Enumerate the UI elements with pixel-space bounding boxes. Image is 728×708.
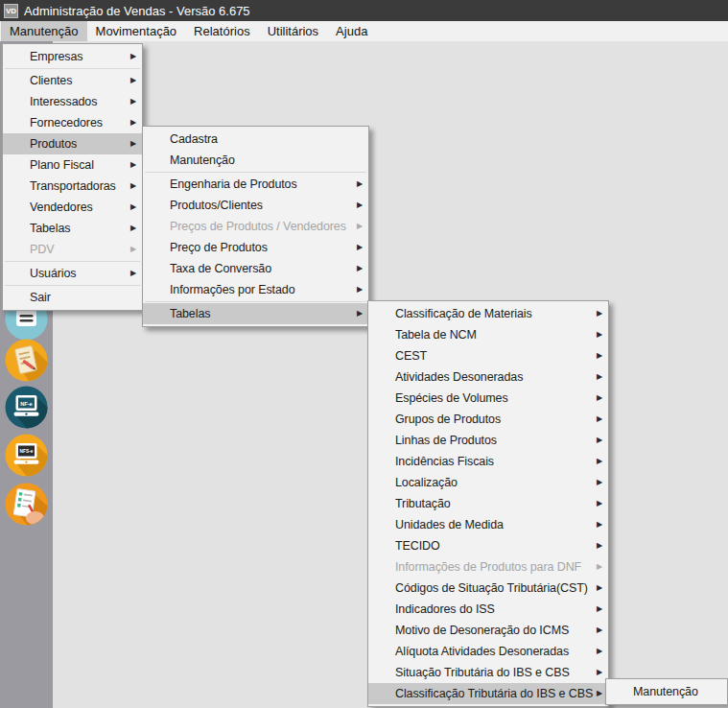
menu-item-produtos[interactable]: Produtos▶ — [3, 133, 142, 154]
menu-item-label: Alíquota Atividades Desoneradas — [395, 645, 569, 658]
menu-item-especies-de-volumes[interactable]: Espécies de Volumes▶ — [368, 388, 608, 409]
submenu-arrow-icon: ▶ — [597, 388, 602, 409]
menu-item-label: Linhas de Produtos — [395, 434, 497, 447]
menu-item-usuarios[interactable]: Usuários▶ — [3, 263, 142, 284]
submenu-arrow-icon: ▶ — [130, 197, 136, 218]
menu-item-label: Usuários — [30, 267, 77, 280]
menu-item-plano-fiscal[interactable]: Plano Fiscal▶ — [3, 154, 142, 176]
menu-item-manutencao[interactable]: Manutenção — [143, 150, 368, 171]
submenu-arrow-icon: ▶ — [597, 345, 602, 366]
menu-item-label: Empresas — [30, 50, 82, 63]
menu-item-sair[interactable]: Sair — [3, 287, 142, 308]
menu-item-aliquota-atividades-desoneradas[interactable]: Alíquota Atividades Desoneradas▶ — [368, 641, 608, 662]
menu-item-linhas-de-produtos[interactable]: Linhas de Produtos▶ — [368, 430, 608, 451]
menu-item-label: Taxa de Conversão — [170, 262, 271, 275]
submenu-arrow-icon: ▶ — [130, 154, 136, 176]
menu-bar: Manutenção Movimentação Relatórios Utili… — [0, 21, 728, 41]
menu-item-motivo-de-desoneracao-do-icms[interactable]: Motivo de Desoneração do ICMS▶ — [368, 620, 608, 641]
menu-item-engenharia-de-produtos[interactable]: Engenharia de Produtos▶ — [143, 174, 368, 195]
menu-item-unidades-de-medida[interactable]: Unidades de Medida▶ — [368, 514, 608, 535]
menu-item-label: Motivo de Desoneração do ICMS — [395, 624, 569, 637]
menubar-item-manutencao[interactable]: Manutenção — [1, 21, 87, 41]
menu-item-pdv[interactable]: PDV▶ — [3, 239, 142, 260]
menu-item-label: TECIDO — [395, 539, 440, 553]
submenu-arrow-icon: ▶ — [357, 216, 363, 237]
menubar-item-movimentacao[interactable]: Movimentação — [87, 21, 186, 41]
menu-separator — [145, 172, 366, 173]
submenu-arrow-icon: ▶ — [130, 218, 136, 239]
menu-item-classificacao-tributaria-do-ibs-e-cbs[interactable]: Classificação Tributária do IBS e CBS▶ — [368, 683, 608, 704]
menu-item-vendedores[interactable]: Vendedores▶ — [3, 197, 142, 218]
submenu-arrow-icon: ▶ — [597, 535, 602, 556]
menu-item-label: Grupos de Produtos — [395, 413, 501, 426]
menu-item-atividades-desoneradas[interactable]: Atividades Desoneradas▶ — [368, 366, 608, 388]
menubar-item-relatorios[interactable]: Relatórios — [185, 21, 259, 41]
submenu-arrow-icon: ▶ — [130, 263, 136, 284]
menu-item-clientes[interactable]: Clientes▶ — [3, 70, 142, 91]
menu-item-indicadores-do-iss[interactable]: Indicadores do ISS▶ — [368, 599, 608, 620]
document-pencil-icon[interactable] — [5, 339, 48, 382]
menu-item-label: Tabelas — [30, 222, 70, 235]
menu-separator — [5, 285, 140, 286]
menubar-item-utilitarios[interactable]: Utilitários — [259, 21, 327, 41]
menu-item-label: Indicadores do ISS — [395, 602, 495, 616]
submenu-arrow-icon: ▶ — [597, 493, 602, 514]
menu-item-preco-de-produtos[interactable]: Preço de Produtos▶ — [143, 237, 368, 258]
menu-item-label: Clientes — [30, 74, 72, 87]
menu-item-tecido[interactable]: TECIDO▶ — [368, 535, 608, 556]
submenu-arrow-icon: ▶ — [597, 641, 602, 662]
submenu-arrow-icon: ▶ — [130, 46, 136, 67]
app-window: VD Administração de Vendas - Versão 6.67… — [0, 0, 728, 708]
menu-item-label: Produtos — [30, 137, 77, 151]
menu-item-informacoes-de-produtos-para-dnf[interactable]: Informações de Produtos para DNF▶ — [368, 556, 608, 578]
menu-item-label: Atividades Desoneradas — [395, 370, 523, 384]
menu-item-classificacao-de-materiais[interactable]: Classificação de Materiais▶ — [368, 303, 608, 324]
title-bar[interactable]: VD Administração de Vendas - Versão 6.67… — [0, 0, 728, 21]
menu-item-informacoes-por-estado[interactable]: Informações por Estado▶ — [143, 279, 368, 300]
nfe-icon[interactable]: NF-e — [5, 386, 48, 429]
menu-item-label: Informações de Produtos para DNF — [395, 560, 581, 574]
menu-item-label: Situação Tributária do IBS e CBS — [395, 666, 570, 679]
submenu-arrow-icon: ▶ — [357, 195, 363, 216]
menu-item-precos-de-produtos-vendedores[interactable]: Preços de Produtos / Vendedores▶ — [143, 216, 368, 237]
menu-item-localizacao[interactable]: Localização▶ — [368, 472, 608, 493]
menu-item-manutencao[interactable]: Manutenção — [606, 681, 727, 702]
menu-item-tabela-de-ncm[interactable]: Tabela de NCM▶ — [368, 324, 608, 345]
menu-item-label: Produtos/Clientes — [170, 199, 263, 212]
menu-item-label: Tabelas — [170, 307, 210, 320]
menu-item-produtos-clientes[interactable]: Produtos/Clientes▶ — [143, 195, 368, 216]
menu-item-cadastra[interactable]: Cadastra — [143, 129, 368, 150]
submenu-arrow-icon: ▶ — [597, 514, 602, 535]
submenu-arrow-icon: ▶ — [597, 472, 602, 493]
menu-item-transportadoras[interactable]: Transportadoras▶ — [3, 176, 142, 197]
menu-item-label: Interessados — [30, 95, 97, 108]
menubar-item-ajuda[interactable]: Ajuda — [327, 21, 376, 41]
nfse-icon[interactable]: NFS-e — [5, 434, 48, 477]
menu-item-codigos-de-situacao-tributaria-cst[interactable]: Códigos de Situação Tributária(CST)▶ — [368, 578, 608, 599]
submenu-arrow-icon: ▶ — [357, 258, 363, 279]
menu-item-label: Códigos de Situação Tributária(CST) — [395, 581, 588, 595]
menu-item-label: Classificação Tributária do IBS e CBS — [395, 687, 593, 700]
menu-item-tabelas[interactable]: Tabelas▶ — [3, 218, 142, 239]
checklist-hand-icon[interactable] — [5, 483, 48, 526]
submenu-arrow-icon: ▶ — [597, 366, 602, 388]
menu-item-situacao-tributaria-do-ibs-e-cbs[interactable]: Situação Tributária do IBS e CBS▶ — [368, 662, 608, 683]
menu-separator — [145, 301, 366, 302]
menu-item-taxa-de-conversao[interactable]: Taxa de Conversão▶ — [143, 258, 368, 279]
submenu-arrow-icon: ▶ — [597, 578, 602, 599]
menu-item-cest[interactable]: CEST▶ — [368, 345, 608, 366]
menu-item-empresas[interactable]: Empresas▶ — [3, 46, 142, 67]
menu-item-interessados[interactable]: Interessados▶ — [3, 91, 142, 112]
menu-item-tabelas[interactable]: Tabelas▶ — [143, 303, 368, 324]
submenu-arrow-icon: ▶ — [130, 133, 136, 154]
menu-item-tributacao[interactable]: Tributação▶ — [368, 493, 608, 514]
menu-item-incidencias-fiscais[interactable]: Incidências Fiscais▶ — [368, 451, 608, 472]
submenu-arrow-icon: ▶ — [357, 174, 363, 195]
submenu-arrow-icon: ▶ — [597, 324, 602, 345]
svg-text:NF-e: NF-e — [20, 401, 32, 407]
submenu-arrow-icon: ▶ — [130, 176, 136, 197]
menu-item-fornecedores[interactable]: Fornecedores▶ — [3, 112, 142, 133]
menu-item-label: Preços de Produtos / Vendedores — [170, 220, 346, 233]
menu-item-grupos-de-produtos[interactable]: Grupos de Produtos▶ — [368, 409, 608, 430]
menu-item-label: Localização — [395, 476, 458, 489]
